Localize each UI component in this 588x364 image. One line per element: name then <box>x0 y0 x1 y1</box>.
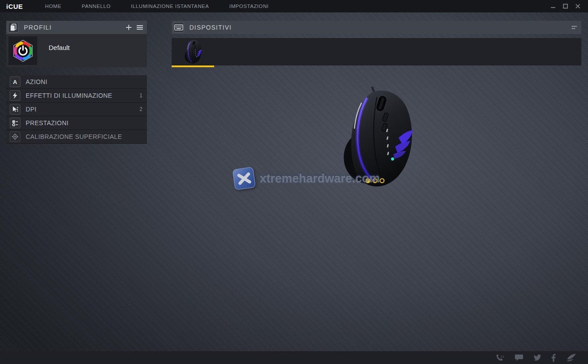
plus-icon <box>126 24 132 31</box>
window-controls <box>548 2 583 11</box>
nav-pannello[interactable]: PANNELLO <box>82 4 111 9</box>
profile-settings-menu: A AZIONI EFFETTI DI ILLUMINAZIONE 1 <box>6 75 147 144</box>
letter-a-icon: A <box>10 77 20 87</box>
maximize-button[interactable] <box>561 2 570 11</box>
cursor-dpi-icon <box>10 104 20 115</box>
main-canvas: PROFILI <box>0 12 588 351</box>
active-tab-indicator <box>172 65 214 67</box>
add-profile-button[interactable] <box>126 24 132 31</box>
chat-icon[interactable] <box>515 354 523 361</box>
bottom-bar: 24 <box>0 351 588 364</box>
sliders-icon <box>10 118 20 128</box>
devices-panel-title: DISPOSITIVI <box>189 24 232 31</box>
minimize-icon <box>550 4 556 9</box>
xtremehardware-x-logo <box>232 167 256 190</box>
menu-badge: 2 <box>139 106 142 112</box>
profiles-panel-title: PROFILI <box>24 24 52 31</box>
hamburger-icon <box>136 24 143 31</box>
minimize-button[interactable] <box>548 2 558 11</box>
top-menu-bar: iCUE HOME PANNELLO ILLUMINAZIONE ISTANTA… <box>0 0 588 12</box>
watermark-text: xtremehardware.com <box>260 172 380 185</box>
icue-window: iCUE HOME PANNELLO ILLUMINAZIONE ISTANTA… <box>0 0 588 364</box>
target-icon <box>10 131 20 142</box>
devices-panel-header: DISPOSITIVI <box>172 21 581 34</box>
icue-hex-logo-icon <box>8 36 37 65</box>
close-button[interactable] <box>573 2 583 11</box>
profile-name: Default <box>49 44 70 67</box>
devices-filter-button[interactable] <box>571 25 578 30</box>
support-24-icon[interactable]: 24 <box>496 354 505 362</box>
profiles-menu-button[interactable] <box>136 24 143 31</box>
menu-item-dpi[interactable]: DPI 2 <box>6 103 147 116</box>
nav-illuminazione-istantanea[interactable]: ILLUMINAZIONE ISTANTANEA <box>131 4 209 9</box>
nav-impostazioni[interactable]: IMPOSTAZIONI <box>229 4 269 9</box>
maximize-icon <box>563 4 568 9</box>
profile-row-default[interactable]: Default <box>6 34 147 67</box>
watermark: xtremehardware.com <box>234 168 380 189</box>
facebook-icon[interactable] <box>551 354 556 362</box>
main-navigation: HOME PANNELLO ILLUMINAZIONE ISTANTANEA I… <box>45 4 289 9</box>
menu-item-calibrazione-superficiale[interactable]: CALIBRAZIONE SUPERFICIALE <box>6 130 147 144</box>
menu-item-azioni[interactable]: A AZIONI <box>6 75 147 89</box>
menu-badge: 1 <box>139 92 142 99</box>
lightning-icon <box>10 90 20 101</box>
app-logo: iCUE <box>6 3 23 10</box>
menu-item-effetti-di-illuminazione[interactable]: EFFETTI DI ILLUMINAZIONE 1 <box>6 89 147 103</box>
filter-menu-icon <box>571 25 578 30</box>
profiles-panel-header: PROFILI <box>6 21 147 34</box>
keyboard-icon <box>173 22 184 33</box>
nav-home[interactable]: HOME <box>45 4 61 9</box>
pagination-dot-3[interactable] <box>380 178 384 183</box>
menu-item-prestazioni[interactable]: PRESTAZIONI <box>6 116 147 130</box>
close-icon <box>575 4 580 9</box>
stacked-pages-icon <box>8 22 19 33</box>
svg-text:24: 24 <box>500 355 504 359</box>
device-tab-corsair-glaive-mouse[interactable] <box>172 38 214 65</box>
twitter-icon[interactable] <box>533 354 542 361</box>
device-tabstrip <box>172 38 581 65</box>
mouse-thumbnail <box>182 39 204 65</box>
corsair-sails-icon[interactable] <box>565 353 576 362</box>
